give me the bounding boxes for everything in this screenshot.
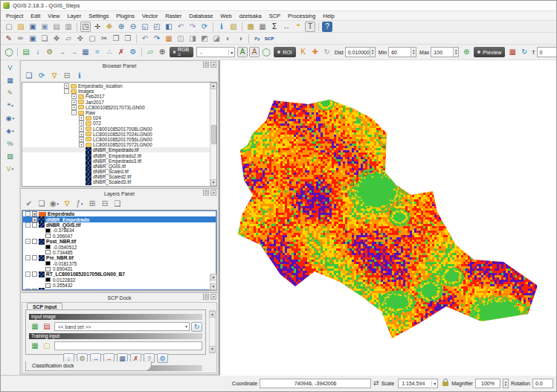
tree-item[interactable]: +LC80010852017056LGN00 — [22, 137, 216, 142]
scroll-down-icon[interactable]: ▼ — [210, 179, 217, 186]
float-panel-button[interactable]: ⊡ — [203, 62, 209, 68]
tree-item[interactable]: +Empedrado_location — [22, 83, 216, 89]
filter-expression-icon[interactable]: ƒ▾ — [74, 199, 85, 209]
tree-item[interactable]: dNBR_Empedrado3.tif — [22, 158, 216, 164]
tree-item[interactable]: dNBR_Empedrado2.tif — [22, 152, 216, 158]
float-panel-button[interactable]: ⊡ — [203, 294, 209, 300]
scroll-down-icon[interactable]: ▼ — [210, 283, 217, 290]
layer-row[interactable]: -Post_NBR.tif — [23, 239, 216, 244]
statistical-summary-icon[interactable]: Σ — [269, 22, 280, 32]
training-input-field[interactable] — [54, 341, 202, 350]
scp-search-icon[interactable]: ◯ — [4, 47, 14, 57]
collapse-icon[interactable]: - — [25, 239, 30, 244]
layer-row[interactable]: ✕dNBR_Empedrado — [23, 216, 216, 222]
band-set-icon[interactable]: ▤ — [21, 47, 31, 57]
full-histogram-stretch-icon[interactable]: ◪ — [211, 33, 222, 44]
delete-selected-icon[interactable]: ▢ — [87, 33, 97, 44]
dist-input[interactable]: 0.010000▲▼ — [345, 47, 376, 57]
add-postgis-layer-icon[interactable]: ◉▾ — [4, 113, 16, 123]
toggle-editing-icon[interactable]: ✏ — [16, 33, 26, 44]
spinner-arrows-icon[interactable]: ▲▼ — [503, 379, 509, 388]
refresh-browser-icon[interactable]: ⟳ — [36, 71, 47, 81]
coordinate-input[interactable]: 740946, -3942006 — [260, 379, 371, 388]
collapse-all-layers-icon[interactable]: ⊟ — [100, 199, 110, 209]
menu-view[interactable]: View — [44, 13, 63, 19]
layer-visibility-checkbox[interactable] — [32, 271, 37, 277]
copy-icon[interactable]: ❐ — [111, 33, 121, 44]
tree-item[interactable]: dNBR_QGIS.tif — [22, 164, 216, 169]
tree-item[interactable]: +LC80010852017008LGN00 — [22, 126, 216, 132]
zoom-to-selection-icon[interactable]: ◧ — [164, 22, 174, 32]
expand-icon[interactable]: + — [79, 115, 84, 121]
filter-legend-icon[interactable]: ∇ — [62, 199, 72, 209]
tree-item[interactable]: ▱Empedrado.shp — [22, 185, 216, 186]
add-raster-layer-icon[interactable]: ▦ — [4, 75, 16, 85]
menu-plugins[interactable]: Plugins — [112, 13, 138, 19]
open-training-input-icon[interactable]: ▦ — [30, 341, 40, 351]
browser-scrollbar[interactable]: ▲ ▼ — [210, 83, 216, 186]
current-edits-icon[interactable]: ✎ — [4, 33, 14, 44]
close-panel-button[interactable]: ✕ — [210, 190, 216, 196]
add-selected-layers-icon[interactable]: ❏ — [24, 71, 34, 81]
editing-tools-icon[interactable]: ✗ — [116, 47, 126, 57]
add-vector-layer-icon[interactable]: V — [4, 62, 16, 72]
filter-browser-icon[interactable]: ∇ — [49, 71, 59, 81]
tree-item[interactable]: dNBR_Scaled.tif — [22, 169, 216, 174]
scp-news-combo[interactable] — [32, 373, 186, 373]
zoom-activate-icon[interactable]: ⊕ — [157, 47, 167, 57]
min-input[interactable]: 60▲▼ — [388, 47, 416, 57]
georeferencer-icon[interactable]: ◫ — [176, 33, 186, 44]
deselect-features-icon[interactable]: ▩ — [245, 22, 256, 32]
new-project-icon[interactable]: ▢ — [4, 22, 14, 32]
map-canvas[interactable] — [219, 60, 556, 375]
rotation-input[interactable]: 0.0 — [532, 379, 553, 388]
identify-features-icon[interactable]: ℹ — [216, 22, 227, 32]
zoom-full-icon[interactable]: ◱ — [140, 22, 150, 32]
zoom-to-layer-icon[interactable]: ◰ — [152, 22, 162, 32]
pan-to-selection-icon[interactable]: ✥ — [104, 22, 115, 32]
scp-dock-scrollbar[interactable]: ▲ ▼ — [209, 310, 216, 353]
rgb-band-combo[interactable]: RGB = — [170, 47, 193, 57]
increase-brightness-icon[interactable]: ◐ — [223, 33, 234, 44]
add-group-icon[interactable]: ❏ — [36, 199, 47, 209]
cut-features-icon[interactable]: ✂ — [99, 33, 109, 44]
expand-icon[interactable]: + — [79, 126, 84, 132]
tree-item[interactable]: +024 — [22, 115, 216, 121]
magnifier-input[interactable]: 100% — [475, 379, 500, 388]
postprocessing-icon[interactable]: → — [68, 47, 79, 57]
menu-settings[interactable]: Settings — [85, 13, 112, 19]
expand-icon[interactable]: + — [71, 100, 77, 105]
zoom-next-icon[interactable]: ↷ — [187, 22, 198, 32]
spinner-arrows-icon[interactable]: ▲▼ — [453, 48, 458, 57]
select-rectangle-icon[interactable]: ◳ — [80, 22, 91, 32]
menu-scp[interactable]: SCP — [265, 13, 284, 19]
new-training-input-icon[interactable]: ▢ — [42, 341, 52, 351]
tree-item[interactable]: dNBR_Scaled3.tif — [22, 179, 216, 184]
measure-line-icon[interactable]: ↔ — [281, 22, 292, 32]
save-layer-edits-icon[interactable]: ▣ — [28, 33, 38, 44]
roi-pointer-icon[interactable]: ▱ — [145, 47, 155, 57]
menu-web[interactable]: Web — [216, 13, 235, 19]
expand-icon[interactable]: + — [79, 132, 84, 137]
expand-all-icon[interactable]: ⊞ — [87, 199, 97, 209]
collapse-icon[interactable]: - — [64, 89, 69, 94]
roi-polygon-icon[interactable]: K — [298, 47, 309, 57]
tab-classification-dock[interactable]: Classification dock — [25, 362, 152, 371]
tree-item[interactable]: +072 — [22, 121, 216, 126]
extent-toggle-icon[interactable]: ⇄ — [373, 380, 379, 387]
save-project-as-icon[interactable]: ▣ — [39, 22, 50, 32]
help-contents-icon[interactable]: ? — [322, 22, 332, 32]
download-products-icon[interactable]: ↓ — [33, 47, 43, 57]
layer-row[interactable]: -RT_LC80010852017056LGN00_B7 — [23, 271, 216, 277]
collapse-icon[interactable]: - — [71, 110, 77, 115]
close-panel-button[interactable]: ✕ — [210, 62, 216, 68]
collapse-icon[interactable]: - — [25, 255, 30, 260]
new-print-composer-icon[interactable]: ▤ — [51, 22, 62, 32]
remove-layer-icon[interactable]: ❑ — [112, 199, 123, 209]
scale-combo[interactable]: 1:154,594▾ — [398, 379, 438, 388]
tree-item[interactable]: +Feb2017 — [22, 94, 216, 99]
histogram-stretch-icon[interactable]: ◨ — [187, 33, 198, 44]
layer-row[interactable]: -dNBR_QGIS.tif — [23, 222, 216, 228]
menu-edit[interactable]: Edit — [27, 13, 44, 19]
zoom-in-icon[interactable]: ⊕ — [116, 22, 126, 32]
